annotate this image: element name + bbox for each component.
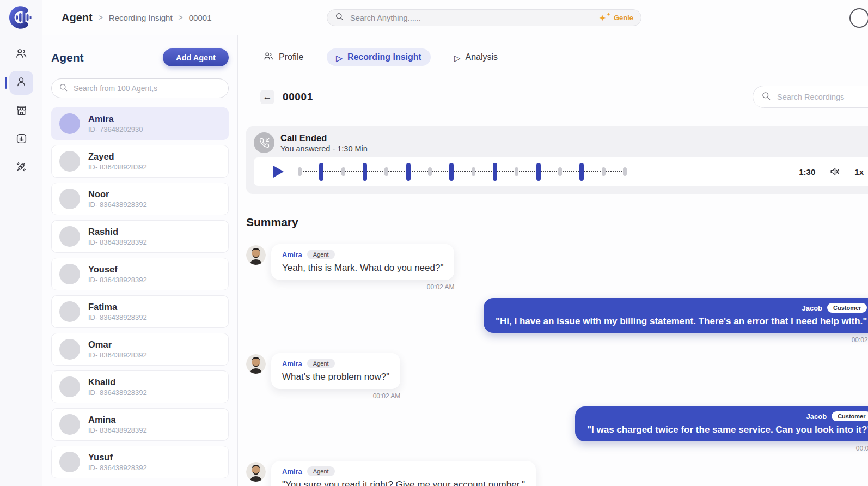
user-avatar[interactable] [849, 8, 868, 28]
list-item-agent[interactable]: Fatima ID- 836438928392 [51, 295, 229, 328]
list-item-agent[interactable]: Zayed ID- 836438928392 [51, 145, 229, 178]
waveform-bar [341, 167, 345, 176]
audio-player: 1:30 1x [254, 157, 868, 186]
sender-name: Amira [282, 251, 302, 259]
sender-name: Amira [282, 360, 302, 368]
agent-name: Amina [88, 415, 147, 425]
user-icon [15, 75, 28, 90]
list-item-agent[interactable]: Amira ID- 73648202930 [51, 107, 229, 140]
app-window: Agent > Recording Insight > 00001 ✦✦ Gen… [0, 0, 868, 486]
users-icon [263, 51, 274, 64]
tab-profile[interactable]: Profile [254, 47, 313, 68]
waveform-bar [472, 167, 475, 176]
sidebar-item-analytics[interactable] [9, 127, 33, 151]
top-bar: Agent > Recording Insight > 00001 ✦✦ Gen… [42, 0, 868, 35]
sidebar-item-integrations[interactable] [9, 156, 33, 180]
chat-message-customer: Jacob Customer "I was charged twice for … [575, 406, 868, 452]
global-search-input[interactable] [349, 13, 599, 23]
call-card: Call Ended You answered - 1:30 Min 1:30 … [246, 126, 868, 194]
waveform-bar [384, 167, 388, 176]
list-item-agent[interactable]: Noor ID- 836438928392 [51, 183, 229, 215]
sender-name: Jacob [806, 412, 827, 421]
agent-id: ID- 836438928392 [88, 351, 147, 359]
agent-avatar [246, 354, 266, 374]
avatar [59, 151, 80, 172]
agent-id: ID- 73648202930 [88, 125, 143, 133]
genie-button[interactable]: ✦✦ Genie [599, 14, 633, 22]
waveform-bar [558, 167, 562, 176]
breadcrumb-leaf[interactable]: 00001 [189, 13, 212, 22]
brand-logo-icon[interactable] [7, 3, 35, 34]
message-bubble: Amira Agent Yeah, this is Mark. What do … [271, 244, 454, 280]
recording-title: 00001 [283, 91, 313, 103]
list-item-agent[interactable]: Omar ID- 836438928392 [51, 333, 229, 366]
phone-incoming-icon [254, 132, 274, 153]
waveform-bar [319, 163, 323, 181]
sparkle-icon: ✦ [607, 12, 610, 17]
message-time: 00:02 AM [575, 445, 868, 452]
chat-message-customer: Jacob Customer "Hi, I have an issue with… [484, 298, 868, 344]
role-badge: Agent [307, 466, 335, 476]
store-icon [15, 104, 28, 119]
waveform-bar [515, 167, 518, 176]
tab-recording-insight[interactable]: ▷ Recording Insight [327, 48, 431, 66]
breadcrumb: Agent > Recording Insight > 00001 [62, 11, 212, 24]
waveform-bar [428, 167, 432, 176]
sidebar-item-agents-group[interactable] [9, 42, 33, 66]
sender-name: Amira [282, 467, 302, 476]
message-bubble: Jacob Customer "Hi, I have an issue with… [484, 298, 868, 333]
list-item-agent[interactable]: Khalid ID- 836438928392 [51, 370, 229, 403]
avatar [59, 301, 80, 322]
list-item-agent[interactable]: Rashid ID- 836438928392 [51, 220, 229, 253]
sidebar-item-store[interactable] [9, 99, 33, 123]
plug-icon [15, 160, 28, 175]
sidebar-item-agent-profile[interactable] [9, 71, 33, 95]
avatar [59, 113, 80, 134]
tab-label: Profile [279, 52, 303, 62]
playback-speed[interactable]: 1x [854, 167, 864, 177]
list-item-agent[interactable]: Amina ID- 836438928392 [51, 408, 229, 441]
agent-id: ID- 836438928392 [88, 163, 147, 171]
waveform-bar [406, 163, 411, 181]
waveform-bar [449, 163, 454, 181]
player-time: 1:30 [799, 167, 815, 177]
waveform-bar [298, 167, 302, 176]
agent-name: Yusuf [88, 452, 147, 463]
volume-icon[interactable] [829, 166, 841, 178]
list-item-agent[interactable]: Yusuf ID- 836438928392 [51, 446, 229, 478]
agent-list: Amira ID- 73648202930 Zayed ID- 83643892… [51, 107, 229, 478]
avatar [59, 452, 80, 472]
role-badge: Agent [307, 359, 335, 368]
message-time: 00:02 AM [271, 283, 454, 291]
breadcrumb-page[interactable]: Recording Insight [109, 13, 173, 22]
agent-id: ID- 836438928392 [88, 276, 147, 284]
tab-bar: Profile ▷ Recording Insight ▷ Analysis [254, 47, 868, 68]
agent-avatar [246, 245, 266, 265]
summary-heading: Summary [246, 216, 868, 229]
users-icon [15, 47, 28, 62]
add-agent-button[interactable]: Add Agent [163, 48, 229, 66]
breadcrumb-root[interactable]: Agent [62, 11, 93, 24]
sidebar-rail [0, 0, 42, 486]
tab-analysis[interactable]: ▷ Analysis [445, 48, 507, 66]
play-outline-icon: ▷ [454, 54, 461, 62]
list-item-agent[interactable]: Yousef ID- 836438928392 [51, 258, 229, 290]
agent-search-input[interactable] [72, 83, 221, 93]
message-text: What's the problem now?" [282, 371, 389, 382]
avatar [59, 189, 80, 209]
agent-id: ID- 836438928392 [88, 388, 147, 397]
agent-name: Noor [88, 189, 147, 199]
message-text: "Hi, I have an issue with my billing sta… [496, 315, 867, 327]
back-button[interactable]: ← [260, 90, 274, 104]
play-outline-icon: ▷ [336, 54, 343, 62]
message-text: "I was charged twice for the same servic… [587, 424, 868, 435]
avatar [59, 264, 80, 284]
play-button[interactable] [273, 166, 284, 178]
chat-message-agent: Amira Agent What's the problem now?" 00:… [246, 353, 868, 400]
agent-name: Omar [88, 339, 147, 350]
waveform[interactable] [298, 161, 627, 183]
recordings-search-input[interactable] [776, 92, 868, 102]
message-time: 00:02 AM [484, 336, 868, 344]
message-text: "You sure you read it right? Give me you… [282, 479, 525, 486]
agent-name: Yousef [88, 264, 147, 275]
